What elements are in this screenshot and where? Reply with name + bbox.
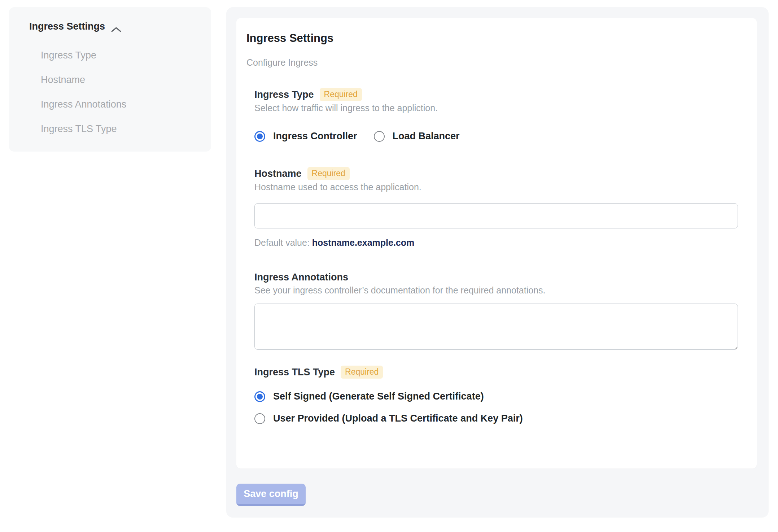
sidebar-section-title: Ingress Settings (29, 21, 105, 32)
radio-user-provided[interactable]: User Provided (Upload a TLS Certificate … (254, 413, 739, 424)
field-hostname: Hostname Required Hostname used to acces… (254, 167, 739, 248)
field-ingress-annotations: Ingress Annotations See your ingress con… (254, 271, 739, 350)
default-value-prefix: Default value: (254, 237, 312, 248)
radio-ingress-controller-label: Ingress Controller (273, 131, 357, 142)
radio-unselected-icon[interactable] (254, 413, 265, 424)
radio-self-signed-label: Self Signed (Generate Self Signed Certif… (273, 391, 484, 402)
page-subtitle: Configure Ingress (246, 57, 739, 68)
radio-self-signed[interactable]: Self Signed (Generate Self Signed Certif… (254, 391, 739, 402)
sidebar-section-ingress-settings[interactable]: Ingress Settings (29, 21, 200, 32)
radio-load-balancer-label: Load Balancer (393, 131, 460, 142)
tls-label-row: Ingress TLS Type Required (254, 366, 739, 379)
tls-label: Ingress TLS Type (254, 366, 335, 378)
hostname-label: Hostname (254, 167, 302, 180)
sidebar-item-ingress-tls-type[interactable]: Ingress TLS Type (41, 122, 200, 136)
page-title: Ingress Settings (246, 32, 739, 45)
required-badge: Required (320, 88, 362, 101)
hostname-help: Hostname used to access the application. (254, 182, 739, 192)
sidebar-item-hostname[interactable]: Hostname (41, 73, 200, 87)
annotations-label-row: Ingress Annotations (254, 271, 739, 283)
page-layout: Ingress Settings Ingress Type Hostname I… (0, 0, 778, 518)
tls-options: Self Signed (Generate Self Signed Certif… (254, 379, 739, 424)
sidebar-item-ingress-type[interactable]: Ingress Type (41, 48, 200, 62)
settings-panel: Ingress Settings Configure Ingress Ingre… (226, 7, 769, 518)
save-config-button[interactable]: Save config (236, 484, 306, 506)
required-badge: Required (307, 167, 350, 180)
ingress-type-label-row: Ingress Type Required (254, 88, 739, 101)
annotations-help: See your ingress controller’s documentat… (254, 285, 739, 296)
default-value-text: hostname.example.com (312, 237, 414, 248)
radio-selected-icon[interactable] (254, 131, 265, 142)
ingress-type-label: Ingress Type (254, 88, 314, 101)
radio-user-provided-label: User Provided (Upload a TLS Certificate … (273, 413, 523, 424)
hostname-input[interactable] (254, 203, 738, 228)
radio-selected-icon[interactable] (254, 391, 265, 402)
radio-load-balancer[interactable]: Load Balancer (374, 131, 460, 142)
required-badge: Required (341, 366, 383, 379)
sidebar-item-list: Ingress Type Hostname Ingress Annotation… (41, 48, 200, 136)
ingress-type-options: Ingress Controller Load Balancer (254, 131, 739, 142)
field-ingress-type: Ingress Type Required Select how traffic… (254, 88, 739, 142)
field-ingress-tls-type: Ingress TLS Type Required Self Signed (G… (254, 366, 739, 424)
radio-ingress-controller[interactable]: Ingress Controller (254, 131, 357, 142)
chevron-up-icon (111, 24, 122, 31)
ingress-type-help: Select how traffic will ingress to the a… (254, 103, 739, 113)
ingress-settings-card: Ingress Settings Configure Ingress Ingre… (236, 18, 757, 468)
settings-sidebar: Ingress Settings Ingress Type Hostname I… (9, 7, 211, 152)
hostname-label-row: Hostname Required (254, 167, 739, 180)
radio-unselected-icon[interactable] (374, 131, 385, 142)
annotations-textarea[interactable] (254, 304, 738, 350)
sidebar-item-ingress-annotations[interactable]: Ingress Annotations (41, 97, 200, 112)
hostname-default-row: Default value: hostname.example.com (254, 237, 739, 248)
annotations-label: Ingress Annotations (254, 271, 348, 283)
